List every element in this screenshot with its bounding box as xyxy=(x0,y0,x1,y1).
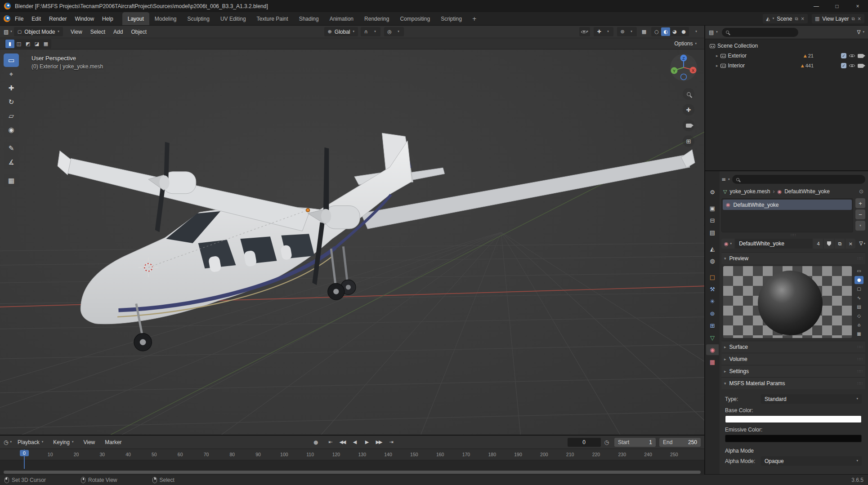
gizmos-dropdown[interactable]: ▾ xyxy=(604,27,613,36)
workspace-tab[interactable]: Rendering xyxy=(359,12,394,25)
new-material-button[interactable]: ⧉ xyxy=(835,239,845,249)
timeline-editor-type-icon[interactable]: ◷ xyxy=(4,440,8,445)
add-workspace-button[interactable]: + xyxy=(468,16,481,22)
settings-panel-header[interactable]: ▸ Settings ∷∷ xyxy=(721,365,865,377)
select-mode-extend-icon[interactable]: ◫ xyxy=(14,40,23,48)
timeline-scrollbar[interactable] xyxy=(4,471,701,474)
timeline-view-menu[interactable]: View xyxy=(79,438,99,447)
viewport-menu-item[interactable]: Add xyxy=(109,27,127,36)
unlink-material-button[interactable]: × xyxy=(846,239,855,249)
app-menu-item[interactable]: Render xyxy=(45,14,71,23)
app-menu-item[interactable]: Help xyxy=(98,14,117,23)
properties-search-input[interactable] xyxy=(732,175,865,184)
keying-menu[interactable]: Keying▾ xyxy=(49,438,77,447)
pin-icon[interactable]: ⊙ xyxy=(859,189,864,194)
new-view-layer-icon[interactable]: ⧉ xyxy=(851,17,855,21)
object-visibility-dropdown[interactable]: ▾ xyxy=(580,27,590,36)
expand-icon[interactable]: ▸ xyxy=(716,64,718,68)
app-menu-item[interactable]: Edit xyxy=(27,14,45,23)
viewport-menu-item[interactable]: Object xyxy=(127,27,151,36)
view-layer-selector[interactable]: ▥ View Layer ⧉ × xyxy=(812,14,864,23)
clock-icon[interactable]: ◷ xyxy=(604,440,609,445)
tab-constraints[interactable]: ⊞ xyxy=(706,320,719,331)
overlays-dropdown[interactable]: ▾ xyxy=(627,27,636,36)
scale-tool-button[interactable]: ▱ xyxy=(4,109,19,123)
msfs-panel-header[interactable]: ▾ MSFS Material Params ∷∷ xyxy=(721,378,865,389)
start-frame-field[interactable]: Start 1 xyxy=(614,438,656,447)
tab-world[interactable]: ◍ xyxy=(706,255,719,266)
select-box-tool-button[interactable]: ▭ xyxy=(4,53,19,67)
tab-scene[interactable]: ◭ xyxy=(706,243,719,254)
app-menu-item[interactable]: File xyxy=(11,14,27,23)
cursor-tool-button[interactable]: ⌖ xyxy=(4,67,19,81)
viewport-menu-item[interactable]: View xyxy=(67,27,86,36)
transform-orientation-dropdown[interactable]: ⊕ Global▾ xyxy=(324,27,358,36)
workspace-tab[interactable]: UV Editing xyxy=(215,12,251,25)
workspace-tab[interactable]: Compositing xyxy=(394,12,435,25)
outliner-row-exterior[interactable]: ▸ Exterior ▲ 21 ✓ xyxy=(707,51,866,61)
new-scene-icon[interactable]: ⧉ xyxy=(795,17,798,21)
preview-flat-icon[interactable]: ▭ xyxy=(855,267,864,275)
base-color-swatch[interactable] xyxy=(725,415,862,423)
viewport-canvas[interactable]: ▭⌖✚↻▱◉✎∡▦ User Perspective (0) Exterior … xyxy=(0,49,704,435)
msfs-type-dropdown[interactable]: Standard ▾ xyxy=(761,394,862,404)
select-mode-set-icon[interactable]: ▮ xyxy=(5,40,14,48)
workspace-tab[interactable]: Sculpting xyxy=(182,12,215,25)
tab-texture[interactable]: ▦ xyxy=(706,356,719,367)
overlays-toggle-icon[interactable]: ⊚ xyxy=(618,27,627,36)
play-reverse-button[interactable]: ◀ xyxy=(349,438,360,447)
viewport-menu-item[interactable]: Select xyxy=(86,27,109,36)
tab-physics[interactable]: ⊚ xyxy=(706,308,719,319)
tab-object-data[interactable]: ▽ xyxy=(706,332,719,343)
workspace-tab[interactable]: Shading xyxy=(294,12,324,25)
tab-render[interactable]: ▣ xyxy=(706,203,719,214)
browse-material-button[interactable]: ◉▾ xyxy=(721,239,734,249)
pan-button[interactable]: ✚ xyxy=(683,104,694,116)
preview-sphere-icon[interactable]: ● xyxy=(855,276,864,284)
select-mode-intersect-icon[interactable]: ▦ xyxy=(41,40,50,48)
xray-toggle-icon[interactable]: ▩ xyxy=(640,27,649,36)
material-slots-list[interactable]: ◉ DefaultWhite_yoke xyxy=(721,198,853,232)
proportional-editing-icon[interactable]: ◎ xyxy=(385,27,394,36)
add-cube-tool-button[interactable]: ▦ xyxy=(4,174,19,187)
tab-tool[interactable]: ⚙ xyxy=(706,187,719,197)
scene-selector[interactable]: ◭ ▾ Scene ⧉ × xyxy=(763,14,808,23)
outliner-search-input[interactable] xyxy=(722,28,798,37)
material-specials-button[interactable]: ▾ xyxy=(855,221,865,231)
emissive-color-swatch[interactable] xyxy=(725,435,862,442)
msfs-alpha-mode-dropdown[interactable]: Opaque ▾ xyxy=(761,456,862,466)
app-menu-item[interactable]: Window xyxy=(71,14,98,23)
blender-menu-icon[interactable] xyxy=(4,15,10,22)
timeline-ruler[interactable]: 0102030405060708090100110120130140150160… xyxy=(0,449,704,460)
disable-render-icon[interactable] xyxy=(858,54,864,58)
auto-keying-icon[interactable]: ● xyxy=(313,440,318,445)
disable-render-icon[interactable] xyxy=(858,64,864,68)
measure-tool-button[interactable]: ∡ xyxy=(4,156,19,169)
shading-rendered-icon[interactable]: ● xyxy=(679,27,688,36)
proportional-falloff-dropdown[interactable]: ▾ xyxy=(394,27,403,36)
jump-to-end-button[interactable]: ⇥ xyxy=(385,438,396,447)
workspace-tab[interactable]: Modeling xyxy=(149,12,182,25)
outliner-editor-type-icon[interactable]: ▤ xyxy=(709,30,714,35)
shading-material-icon[interactable]: ◕ xyxy=(670,27,679,36)
collection-checkbox[interactable]: ✓ xyxy=(841,63,846,68)
list-resize-grip[interactable]: ∷∷ xyxy=(721,232,865,238)
3d-scene[interactable] xyxy=(0,49,704,435)
next-keyframe-button[interactable]: ▶▶ xyxy=(373,438,384,447)
previous-keyframe-button[interactable]: ◀◀ xyxy=(336,438,348,447)
preview-checker-icon[interactable]: ▦ xyxy=(855,330,864,338)
tab-material[interactable]: ◉ xyxy=(706,344,719,355)
snap-magnet-icon[interactable]: ∩ xyxy=(362,27,371,36)
gizmos-toggle-icon[interactable]: ✚ xyxy=(595,27,604,36)
add-material-slot-button[interactable]: + xyxy=(855,198,865,208)
material-users-button[interactable]: 4 xyxy=(813,239,823,249)
close-button[interactable]: × xyxy=(847,0,868,12)
unlink-scene-icon[interactable]: × xyxy=(801,17,805,21)
tab-object[interactable]: □ xyxy=(706,271,719,282)
shading-solid-icon[interactable]: ◐ xyxy=(661,27,670,36)
outliner-row-interior[interactable]: ▸ Interior ▲ 441 ✓ xyxy=(707,61,866,71)
shading-dropdown[interactable]: ▾ xyxy=(692,27,701,36)
rotate-tool-button[interactable]: ↻ xyxy=(4,95,19,109)
expand-icon[interactable]: ▸ xyxy=(716,54,718,58)
zoom-button[interactable] xyxy=(683,88,694,100)
